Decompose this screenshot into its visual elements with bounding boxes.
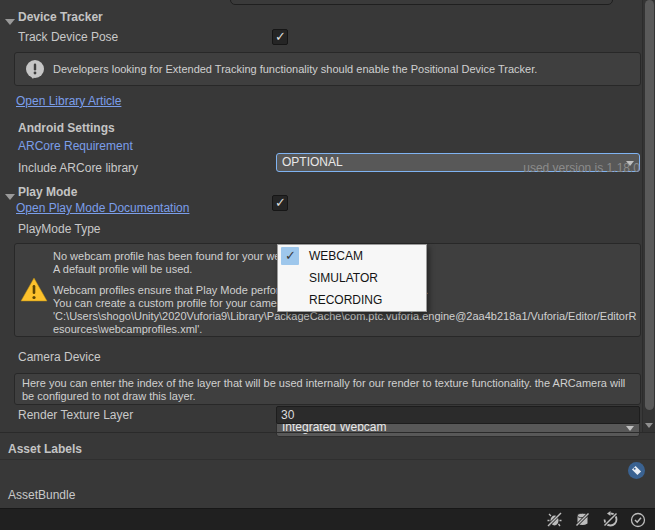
android-settings-title: Android Settings [18, 119, 115, 137]
menu-item-label: WEBCAM [309, 249, 363, 263]
playmode-type-label: PlayMode Type [18, 220, 101, 238]
chevron-down-icon [626, 426, 634, 431]
info-icon [23, 58, 47, 82]
include-arcore-checkbox[interactable] [272, 195, 288, 211]
menu-checkmark-placeholder [281, 291, 299, 309]
arcore-requirement-label[interactable]: ARCore Requirement [18, 139, 133, 153]
camera-device-label: Camera Device [18, 348, 101, 366]
assetbundle-label: AssetBundle [8, 486, 75, 504]
play-mode-foldout-icon[interactable] [5, 194, 15, 200]
asset-label-tag-button[interactable] [628, 462, 645, 479]
activity-ok-icon[interactable] [629, 511, 647, 529]
device-tracker-title[interactable]: Device Tracker [18, 8, 103, 26]
menu-item-label: SIMULATOR [309, 271, 378, 285]
clipped-field-above[interactable] [230, 0, 613, 5]
menu-item-webcam[interactable]: WEBCAM [278, 245, 426, 267]
extended-tracking-infobox: Developers looking for Extended Tracking… [14, 52, 641, 86]
menu-checkmark-placeholder [281, 269, 299, 287]
scrollbar-thumb[interactable] [645, 0, 654, 410]
render-texture-layer-label: Render Texture Layer [18, 406, 133, 424]
vuforia-configuration-inspector: Device Tracker Track Device Pose Develop… [0, 0, 655, 530]
asset-labels-title: Asset Labels [8, 440, 82, 458]
menu-item-label: RECORDING [309, 293, 382, 307]
vertical-scrollbar[interactable] [642, 0, 655, 433]
section-divider [0, 432, 655, 433]
scrollbar-down-arrow-icon[interactable] [645, 423, 653, 428]
open-playmode-doc-link[interactable]: Open Play Mode Documentation [16, 201, 189, 215]
status-bar [0, 508, 655, 530]
cache-server-disabled-icon[interactable] [573, 511, 591, 529]
warning-icon [20, 277, 48, 303]
auto-refresh-disabled-icon[interactable] [601, 511, 619, 529]
tag-icon [631, 465, 642, 476]
menu-item-recording[interactable]: RECORDING [278, 289, 426, 311]
track-device-pose-label: Track Device Pose [18, 28, 118, 46]
render-texture-layer-field[interactable]: 30 [276, 406, 640, 424]
device-tracker-foldout-icon[interactable] [5, 19, 15, 25]
open-library-article-link[interactable]: Open Library Article [16, 94, 121, 108]
debugger-disabled-icon[interactable] [545, 511, 563, 529]
menu-item-simulator[interactable]: SIMULATOR [278, 267, 426, 289]
render-layer-helpbox: Here you can enter the index of the laye… [14, 373, 641, 405]
arcore-version-note: used version is 1.18.0 [0, 159, 640, 177]
play-mode-title[interactable]: Play Mode [18, 183, 77, 201]
infobox-text: Developers looking for Extended Tracking… [53, 63, 633, 75]
playmode-type-menu: WEBCAM SIMULATOR RECORDING [277, 244, 427, 312]
menu-checkmark-icon [281, 247, 299, 265]
section-divider [0, 459, 655, 460]
track-device-pose-checkbox[interactable] [272, 29, 288, 45]
